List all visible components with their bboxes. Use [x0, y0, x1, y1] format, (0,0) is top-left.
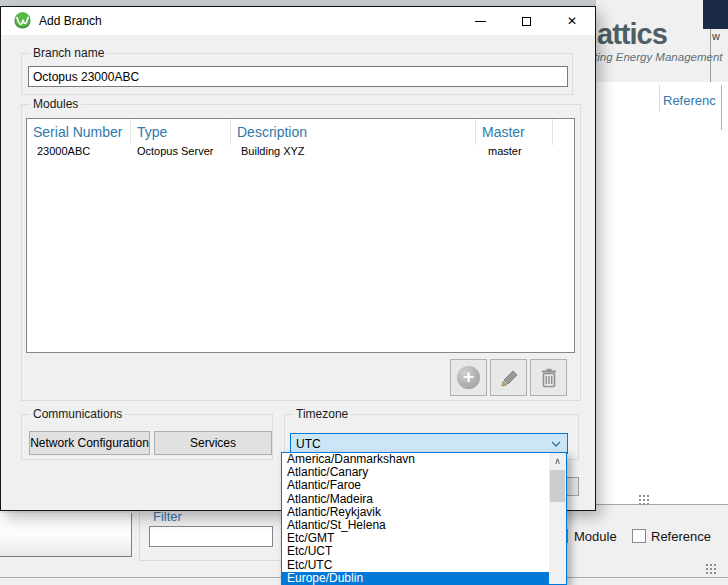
- column-header-filler: [553, 119, 574, 145]
- window-resize-grip[interactable]: [705, 563, 718, 576]
- timezone-option[interactable]: Atlantic/St_Helena: [282, 519, 549, 532]
- navy-window-corner: [703, 0, 728, 29]
- branch-name-label: Branch name: [30, 46, 107, 60]
- timezone-option[interactable]: Atlantic/Canary: [282, 466, 549, 479]
- timezone-combobox[interactable]: UTC: [290, 433, 568, 454]
- reference-column-header: Referenc: [663, 93, 716, 108]
- scroll-up-icon[interactable]: ∧: [549, 453, 566, 469]
- logo-tagline: ting Energy Management: [594, 51, 723, 63]
- column-separator: [659, 85, 660, 112]
- timezone-option-highlighted[interactable]: Europe/Dublin: [282, 572, 549, 585]
- cell-master: master: [476, 145, 553, 161]
- modules-label: Modules: [30, 97, 81, 111]
- timezone-option[interactable]: Atlantic/Madeira: [282, 493, 549, 506]
- modules-groupbox: Modules Serial Number Type Description M…: [21, 104, 581, 401]
- edit-icon: [498, 367, 520, 389]
- delete-icon: [538, 367, 560, 389]
- add-branch-dialog: Add Branch ✕ Branch name Modules Serial …: [0, 6, 596, 511]
- timezone-option[interactable]: Etc/UTC: [282, 559, 549, 572]
- scrollbar-thumb[interactable]: [550, 470, 565, 502]
- dialog-title: Add Branch: [39, 14, 102, 28]
- timezone-option[interactable]: Atlantic/Reykjavik: [282, 506, 549, 519]
- column-header-description[interactable]: Description: [231, 119, 476, 145]
- wattics-logo-text: attics: [597, 18, 667, 51]
- dropdown-scrollbar[interactable]: ∧: [549, 453, 566, 584]
- cell-description: Building XYZ: [231, 145, 476, 161]
- maximize-icon: [522, 17, 531, 26]
- close-button[interactable]: ✕: [549, 7, 595, 35]
- services-button[interactable]: Services: [154, 431, 272, 455]
- stray-glyph: w: [712, 30, 720, 42]
- communications-groupbox: Communications Network Configuration Ser…: [21, 414, 273, 460]
- column-header-serial-number[interactable]: Serial Number: [27, 119, 131, 145]
- reference-checkbox-label: Reference: [651, 529, 711, 544]
- timezone-dropdown-list: America/Danmarkshavn Atlantic/Canary Atl…: [281, 452, 567, 585]
- close-icon: ✕: [567, 15, 577, 27]
- maximize-button[interactable]: [503, 7, 549, 35]
- add-module-button[interactable]: +: [450, 359, 487, 396]
- chevron-down-icon: [545, 441, 567, 447]
- delete-module-button[interactable]: [530, 359, 567, 396]
- cell-type: Octopus Server: [131, 145, 231, 161]
- add-icon: +: [457, 366, 480, 389]
- minimize-icon: [475, 21, 486, 22]
- minimize-button[interactable]: [457, 7, 503, 35]
- timezone-option[interactable]: Etc/GMT: [282, 532, 549, 545]
- panel-resize-grip[interactable]: [638, 494, 650, 506]
- column-header-type[interactable]: Type: [131, 119, 231, 145]
- timezone-option[interactable]: Atlantic/Faroe: [282, 479, 549, 492]
- wattics-app-icon: [14, 12, 31, 29]
- column-separator: [721, 85, 722, 130]
- reference-checkbox[interactable]: [632, 529, 646, 543]
- module-checkbox-label: Module: [574, 529, 617, 544]
- dialog-titlebar[interactable]: Add Branch ✕: [1, 7, 595, 35]
- window-edge-line: [710, 29, 711, 82]
- timezone-selected-value: UTC: [291, 437, 545, 451]
- branch-name-input[interactable]: [28, 66, 568, 87]
- table-row[interactable]: 23000ABC Octopus Server Building XYZ mas…: [27, 145, 574, 161]
- modules-table[interactable]: Serial Number Type Description Master 23…: [26, 118, 575, 353]
- branch-name-groupbox: Branch name: [21, 53, 573, 95]
- filter-input[interactable]: [149, 526, 273, 547]
- communications-label: Communications: [30, 407, 125, 421]
- column-header-master[interactable]: Master: [476, 119, 553, 145]
- modules-table-header: Serial Number Type Description Master: [27, 119, 574, 145]
- filter-label: Filter: [150, 509, 185, 524]
- timezone-option-list: America/Danmarkshavn Atlantic/Canary Atl…: [282, 453, 549, 584]
- background-left-panel: [0, 513, 132, 557]
- edit-module-button[interactable]: [490, 359, 527, 396]
- timezone-option[interactable]: America/Danmarkshavn: [282, 453, 549, 466]
- timezone-option[interactable]: Etc/UCT: [282, 545, 549, 558]
- cell-serial-number: 23000ABC: [27, 145, 131, 161]
- network-configuration-button[interactable]: Network Configuration: [29, 431, 150, 455]
- timezone-label: Timezone: [293, 407, 351, 421]
